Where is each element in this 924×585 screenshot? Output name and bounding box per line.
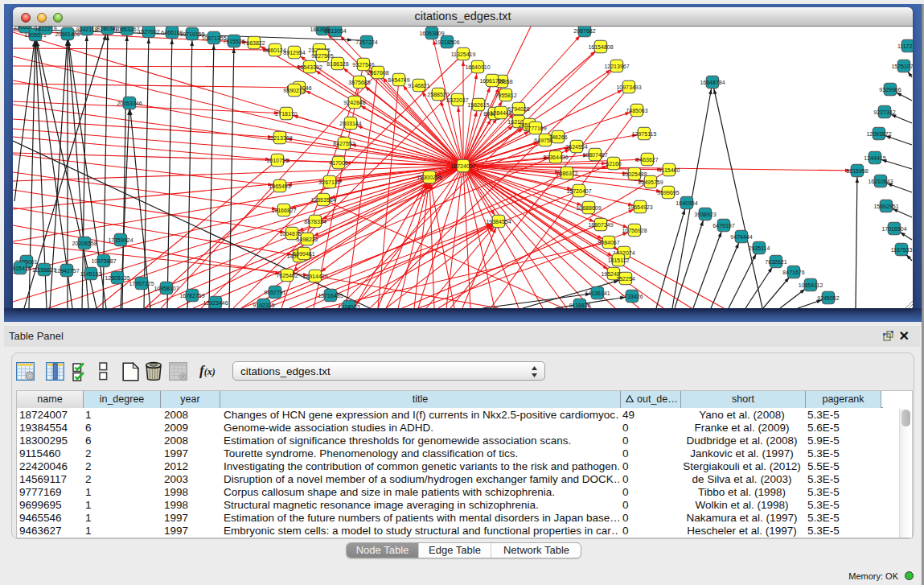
svg-text:1145193: 1145193 xyxy=(80,271,102,277)
svg-text:3938923: 3938923 xyxy=(694,212,716,217)
svg-text:18807249: 18807249 xyxy=(588,222,613,228)
svg-text:12505135: 12505135 xyxy=(105,275,129,281)
svg-text:2718170: 2718170 xyxy=(275,111,297,117)
svg-text:3267130: 3267130 xyxy=(318,179,340,185)
svg-text:1812219: 1812219 xyxy=(35,27,56,31)
svg-text:9890213: 9890213 xyxy=(283,88,305,93)
svg-text:1815112: 1815112 xyxy=(608,257,630,263)
svg-text:9457791: 9457791 xyxy=(264,290,285,295)
svg-text:9777169: 9777169 xyxy=(524,126,546,131)
svg-text:9329966: 9329966 xyxy=(879,87,901,93)
svg-text:7357224: 7357224 xyxy=(355,39,377,45)
svg-text:16543392: 16543392 xyxy=(297,64,322,70)
svg-text:17957225: 17957225 xyxy=(129,281,154,286)
svg-text:7485063: 7485063 xyxy=(626,108,647,113)
svg-text:15692951: 15692951 xyxy=(873,204,898,209)
svg-text:20364436: 20364436 xyxy=(543,154,568,160)
svg-text:9474444: 9474444 xyxy=(730,234,752,240)
svg-text:2803144: 2803144 xyxy=(339,121,361,126)
svg-text:12213369: 12213369 xyxy=(267,135,292,141)
svg-text:10973493: 10973493 xyxy=(616,84,641,90)
svg-text:5498222: 5498222 xyxy=(296,237,318,242)
svg-text:417006: 417006 xyxy=(329,160,347,166)
svg-text:8454749: 8454749 xyxy=(388,77,409,83)
svg-text:62160: 62160 xyxy=(606,161,622,167)
svg-text:12213967: 12213967 xyxy=(604,64,629,69)
svg-text:9245052: 9245052 xyxy=(817,295,839,301)
svg-text:17016504: 17016504 xyxy=(881,226,906,232)
svg-text:3875685: 3875685 xyxy=(348,80,370,85)
svg-text:14914479: 14914479 xyxy=(302,274,327,279)
svg-text:9342118: 9342118 xyxy=(76,27,98,32)
svg-text:3915416: 3915416 xyxy=(13,266,31,271)
svg-text:16782759: 16782759 xyxy=(179,293,204,299)
svg-text:9699695: 9699695 xyxy=(657,190,679,196)
svg-text:10688609: 10688609 xyxy=(576,205,601,211)
svg-text:15720407: 15720407 xyxy=(566,188,591,194)
svg-text:12093872: 12093872 xyxy=(866,131,891,137)
svg-text:16961758: 16961758 xyxy=(479,78,504,84)
svg-text:20691406: 20691406 xyxy=(55,31,80,37)
svg-text:18300295: 18300295 xyxy=(417,175,441,180)
svg-text:7663822: 7663822 xyxy=(243,40,265,46)
svg-text:10958107: 10958107 xyxy=(154,286,179,291)
svg-text:19218506: 19218506 xyxy=(434,39,459,45)
svg-text:2867608: 2867608 xyxy=(367,70,388,76)
svg-text:2087682: 2087682 xyxy=(573,28,595,34)
svg-text:18724007: 18724007 xyxy=(450,163,475,169)
svg-text:252254: 252254 xyxy=(616,276,634,282)
svg-text:1117271: 1117271 xyxy=(897,43,913,49)
svg-text:2588520: 2588520 xyxy=(427,92,449,97)
svg-text:1244415: 1244415 xyxy=(864,155,885,161)
svg-text:17359924: 17359924 xyxy=(108,237,133,243)
svg-text:10654112: 10654112 xyxy=(799,282,823,288)
svg-text:9084067: 9084067 xyxy=(598,240,619,245)
svg-text:12975115: 12975115 xyxy=(632,131,657,137)
svg-text:6794028: 6794028 xyxy=(507,106,529,112)
svg-text:9327546: 9327546 xyxy=(352,62,374,68)
svg-text:10653267: 10653267 xyxy=(114,27,139,32)
svg-text:10807487: 10807487 xyxy=(582,152,607,158)
svg-text:16053809: 16053809 xyxy=(419,31,444,36)
svg-text:7386372: 7386372 xyxy=(556,171,577,176)
svg-text:9227342: 9227342 xyxy=(873,109,895,115)
svg-text:8427552: 8427552 xyxy=(333,141,355,146)
svg-text:20053346: 20053346 xyxy=(117,101,142,106)
svg-text:19384554: 19384554 xyxy=(486,219,511,225)
svg-text:9227505: 9227505 xyxy=(311,53,333,59)
svg-text:7955812: 7955812 xyxy=(495,93,516,98)
svg-text:8471676: 8471676 xyxy=(782,270,804,275)
svg-text:14136141: 14136141 xyxy=(585,290,610,296)
svg-text:10756928: 10756928 xyxy=(622,228,647,233)
svg-text:7625402: 7625402 xyxy=(276,273,298,278)
svg-text:9463627: 9463627 xyxy=(636,157,658,163)
svg-text:15751074: 15751074 xyxy=(891,64,913,69)
svg-text:1167533: 1167533 xyxy=(891,247,913,253)
svg-text:8322037: 8322037 xyxy=(446,97,468,103)
svg-text:6479197: 6479197 xyxy=(713,223,734,229)
svg-text:1024503: 1024503 xyxy=(338,304,359,309)
svg-text:7515526: 7515526 xyxy=(223,39,244,44)
svg-text:6099481: 6099481 xyxy=(293,251,314,257)
svg-text:9118836: 9118836 xyxy=(569,303,591,308)
svg-text:1010755: 1010755 xyxy=(266,158,288,163)
svg-text:16210643: 16210643 xyxy=(868,179,893,184)
svg-text:19166827: 19166827 xyxy=(271,208,296,213)
svg-text:1640954: 1640954 xyxy=(676,200,697,206)
svg-text:15716485: 15716485 xyxy=(318,293,343,299)
svg-text:11325419: 11325419 xyxy=(451,51,476,57)
svg-text:20206558: 20206558 xyxy=(72,241,97,246)
svg-text:1527602: 1527602 xyxy=(138,29,159,35)
svg-text:8813054: 8813054 xyxy=(324,28,346,34)
svg-text:12923446: 12923446 xyxy=(203,300,228,306)
svg-text:12353584: 12353584 xyxy=(310,197,335,203)
svg-text:9146821: 9146821 xyxy=(408,83,429,89)
svg-text:7632621: 7632621 xyxy=(765,259,786,265)
svg-text:10025488: 10025488 xyxy=(622,171,647,177)
svg-text:1562615: 1562615 xyxy=(467,102,489,108)
svg-text:19654923: 19654923 xyxy=(627,204,652,210)
svg-text:2935114: 2935114 xyxy=(749,245,770,251)
svg-text:16648784: 16648784 xyxy=(700,80,725,85)
svg-text:9192335: 9192335 xyxy=(253,303,274,308)
svg-text:10975887: 10975887 xyxy=(91,258,116,264)
